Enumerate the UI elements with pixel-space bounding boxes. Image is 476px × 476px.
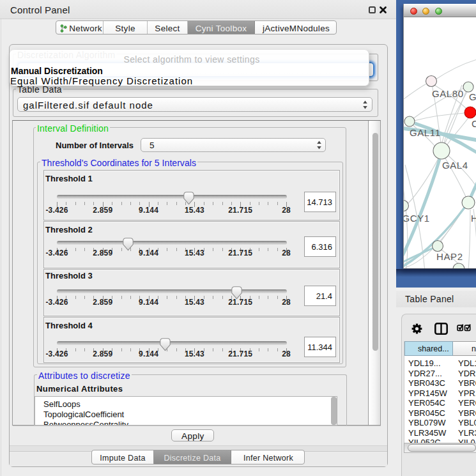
svg-text:GAL11: GAL11 <box>410 127 441 138</box>
svg-text:C: C <box>472 118 476 129</box>
svg-text:GAL80: GAL80 <box>432 88 464 99</box>
svg-text:GAL4: GAL4 <box>442 160 468 171</box>
svg-text:GCY1: GCY1 <box>404 213 430 224</box>
svg-text:GA: GA <box>469 91 476 102</box>
svg-text:HAP2: HAP2 <box>436 251 463 262</box>
svg-text:H: H <box>471 213 476 224</box>
